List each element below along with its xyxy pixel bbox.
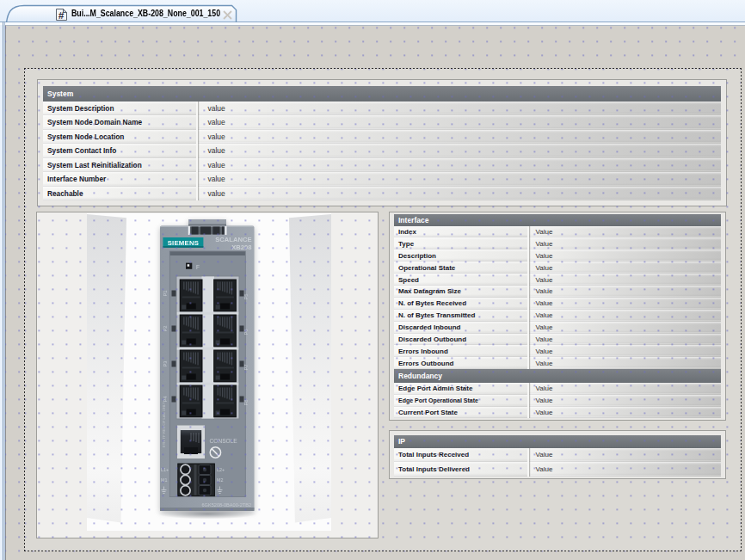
svg-text:SIEMENS: SIEMENS — [168, 239, 200, 247]
svg-text:SCALANCE: SCALANCE — [215, 236, 251, 243]
svg-text:CONSOLE: CONSOLE — [210, 438, 238, 444]
svg-text:P7: P7 — [243, 364, 249, 370]
svg-text:P2: P2 — [163, 325, 168, 331]
svg-text:P5: P5 — [243, 293, 249, 299]
svg-text:M1: M1 — [161, 477, 168, 483]
svg-text:ETH TP RE/FOF LAN ONLY: ETH TP RE/FOF LAN ONLY — [162, 402, 166, 447]
svg-text:XB208: XB208 — [231, 243, 251, 251]
svg-text:P1: P1 — [163, 290, 168, 296]
svg-text:P4: P4 — [163, 396, 168, 403]
svg-text:P6: P6 — [243, 329, 249, 335]
svg-text:L2+: L2+ — [217, 467, 225, 472]
svg-text:M2: M2 — [217, 477, 224, 483]
svg-text:F: F — [196, 264, 200, 270]
svg-text:L1+: L1+ — [161, 467, 169, 472]
svg-text:P8: P8 — [243, 399, 249, 405]
svg-text:P3: P3 — [163, 360, 168, 366]
svg-text:#: # — [58, 10, 65, 21]
svg-text:6GK5208-0BA00-2TB2: 6GK5208-0BA00-2TB2 — [201, 502, 251, 508]
